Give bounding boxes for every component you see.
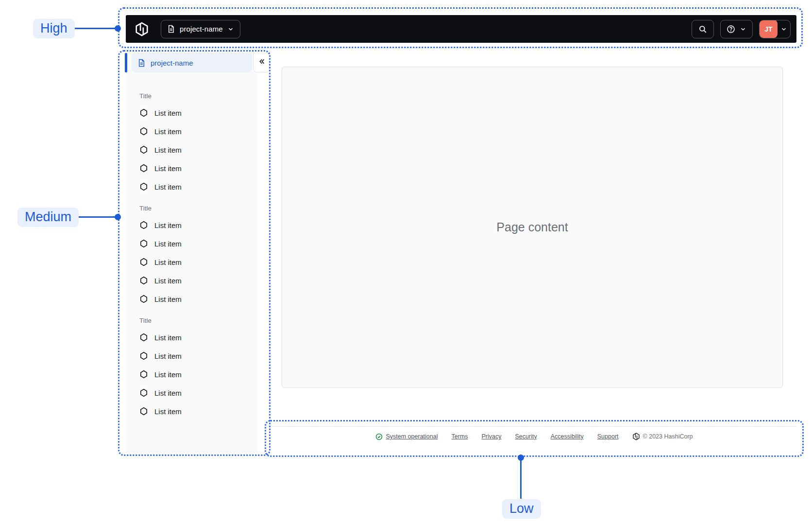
sidebar-nav: Title List item List item List item List… (126, 79, 257, 452)
annotation-connector-line (520, 457, 522, 499)
hexagon-icon (139, 407, 148, 416)
sidebar-item[interactable]: List item (126, 159, 257, 177)
sidebar-item-label: List item (154, 407, 182, 416)
hexagon-icon (139, 239, 148, 248)
sidebar-section-title: Title (139, 317, 257, 324)
sidebar-item[interactable]: List item (126, 253, 257, 271)
hexagon-icon (139, 108, 148, 117)
top-navbar: project-name JT (126, 15, 796, 43)
search-icon (698, 25, 707, 34)
hexagon-icon (139, 182, 148, 191)
sidebar-item-label: List item (154, 109, 182, 117)
page-content-placeholder: Page content (496, 220, 568, 234)
annotation-label-low: Low (502, 499, 541, 519)
hexagon-icon (139, 295, 148, 303)
sidebar-item[interactable]: List item (126, 271, 257, 290)
sidebar-item[interactable]: List item (126, 122, 257, 140)
footer-divider (272, 426, 796, 427)
footer-link-terms[interactable]: Terms (451, 433, 468, 440)
sidebar-item[interactable]: List item (126, 347, 257, 365)
sidebar-item-label: List item (154, 127, 182, 136)
footer-link-support[interactable]: Support (597, 433, 619, 440)
annotation-connector-dot (518, 454, 524, 461)
sidebar-item[interactable]: List item (126, 365, 257, 384)
hashicorp-logo (135, 22, 149, 36)
sidebar-item[interactable]: List item (126, 384, 257, 402)
hexagon-icon (139, 164, 148, 173)
sidebar-section: Title List item List item List item List… (126, 317, 257, 420)
sidebar-section: Title List item List item List item List… (126, 92, 257, 196)
sidebar-item-label: List item (154, 277, 182, 285)
footer-link-accessibility[interactable]: Accessibility (551, 433, 584, 440)
sidebar: project-name Title List item List item L… (126, 51, 257, 452)
file-icon (137, 59, 146, 67)
sidebar-item-label: List item (154, 370, 182, 379)
collapse-sidebar-button[interactable] (253, 51, 270, 72)
sidebar-item[interactable]: List item (126, 234, 257, 253)
project-switcher-button[interactable]: project-name (161, 20, 240, 38)
hexagon-icon (139, 145, 148, 154)
system-status-link[interactable]: System operational (375, 433, 438, 440)
double-chevron-left-icon (257, 57, 266, 66)
help-icon (727, 25, 735, 34)
footer-links-row: System operational Terms Privacy Securit… (265, 433, 804, 440)
annotation-connector-line (73, 28, 117, 29)
sidebar-item-label: List item (154, 333, 182, 342)
hashicorp-logo (632, 433, 640, 440)
sidebar-item[interactable]: List item (126, 290, 257, 308)
hexagon-icon (139, 351, 148, 360)
sidebar-item-label: List item (154, 240, 182, 248)
hexagon-icon (139, 370, 148, 379)
sidebar-project-header[interactable]: project-name (132, 53, 252, 72)
active-indicator-bar (125, 53, 127, 72)
annotation-connector-dot (115, 214, 121, 220)
footer: System operational Terms Privacy Securit… (265, 420, 804, 457)
sidebar-section: Title List item List item List item List… (126, 205, 257, 308)
sidebar-item-label: List item (154, 221, 182, 229)
sidebar-item-label: List item (154, 183, 182, 191)
sidebar-item[interactable]: List item (126, 402, 257, 420)
annotation-label-medium: Medium (17, 208, 79, 227)
sidebar-item[interactable]: List item (126, 216, 257, 234)
sidebar-item[interactable]: List item (126, 328, 257, 347)
search-button[interactable] (692, 20, 714, 38)
sidebar-item-label: List item (154, 389, 182, 397)
hexagon-icon (139, 333, 148, 342)
sidebar-item-label: List item (154, 146, 182, 154)
sidebar-item[interactable]: List item (126, 177, 257, 196)
annotation-label-high: High (33, 19, 75, 38)
footer-link-privacy[interactable]: Privacy (482, 433, 502, 440)
copyright-text: © 2023 HashiCorp (643, 433, 693, 440)
sidebar-project-label: project-name (151, 59, 193, 67)
user-menu-button[interactable]: JT (759, 20, 791, 38)
avatar: JT (760, 20, 778, 38)
sidebar-item-label: List item (154, 295, 182, 303)
sidebar-item[interactable]: List item (126, 104, 257, 122)
footer-brand: © 2023 HashiCorp (632, 433, 693, 440)
sidebar-item-label: List item (154, 352, 182, 360)
annotation-connector-line (77, 216, 118, 218)
chevron-down-icon (778, 26, 790, 33)
footer-link-security[interactable]: Security (515, 433, 537, 440)
check-circle-icon (375, 433, 383, 440)
chevron-down-icon (227, 26, 234, 33)
hexagon-icon (139, 388, 148, 397)
sidebar-item-label: List item (154, 164, 182, 173)
sidebar-section-title: Title (139, 92, 257, 100)
hexagon-icon (139, 276, 148, 285)
hexagon-icon (139, 221, 148, 229)
hexagon-icon (139, 258, 148, 266)
help-menu-button[interactable] (720, 20, 753, 38)
annotation-connector-dot (115, 25, 121, 32)
main-content-area: Page content (282, 67, 783, 388)
project-switcher-label: project-name (180, 25, 223, 33)
sidebar-item-label: List item (154, 258, 182, 266)
hexagon-icon (139, 127, 148, 136)
sidebar-section-title: Title (139, 205, 257, 212)
sidebar-item[interactable]: List item (126, 140, 257, 159)
file-icon (167, 25, 175, 33)
chevron-down-icon (740, 26, 746, 33)
system-status-label: System operational (386, 433, 438, 440)
